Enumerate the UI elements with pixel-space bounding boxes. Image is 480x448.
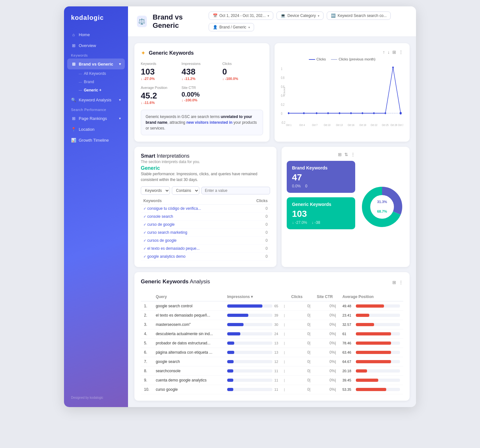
sidebar-item-home[interactable]: ⌂ Home xyxy=(64,29,128,40)
sidebar-item-all-keywords[interactable]: All Keywords xyxy=(76,69,128,78)
row-num: 3. xyxy=(141,320,153,329)
svg-point-17 xyxy=(385,112,386,114)
rankings-icon: ⊞ xyxy=(71,116,76,121)
svg-text:0.8: 0.8 xyxy=(281,76,284,80)
clicks-cell: 0 xyxy=(244,245,270,253)
row-num: 9. xyxy=(141,376,153,385)
chart-up-btn[interactable]: ↑ xyxy=(383,50,385,55)
clicks-cell: 0 xyxy=(244,229,270,237)
page-header-icon: ⚖️ xyxy=(137,16,147,27)
avg-pos-cell: 20.18 xyxy=(339,366,403,376)
table-row: 6. página alternativa con etiqueta ... 1… xyxy=(141,348,403,357)
avg-pos-cell: 39.45 xyxy=(339,376,403,385)
clicks-cell: 0| xyxy=(288,320,314,329)
kw-cell: ✓ curso de google xyxy=(141,221,244,229)
brand-sort-btn[interactable]: ⇅ xyxy=(344,152,348,157)
table-row: 5. probador de datos estructurad... 13 |… xyxy=(141,339,403,348)
kw-cell: ✓ google analytics demo xyxy=(141,253,244,261)
smart-title: Smart Interpretations xyxy=(141,153,270,159)
app-logo: kodalogic xyxy=(64,14,128,29)
clicks-cell: 0| xyxy=(288,329,314,339)
sidebar-item-brand-vs-generic[interactable]: ⊞ Brand vs Generic ▾ xyxy=(67,59,125,69)
impressions-cell: 39 | xyxy=(224,311,288,320)
smart-interpretations-card: Smart Interpretations The section interp… xyxy=(134,147,276,267)
brand-filter[interactable]: 👤 Brand / Generic ▾ xyxy=(209,23,254,31)
clicks-cell: 0 xyxy=(244,237,270,245)
brand-keywords-block: Brand Keywords 47 0.0% 0 xyxy=(287,161,355,193)
kw-col-keywords: Keywords xyxy=(141,197,244,205)
svg-point-10 xyxy=(303,112,305,114)
sidebar-item-generic[interactable]: Generic + xyxy=(76,86,128,94)
brand-expand-btn[interactable]: ⊞ xyxy=(338,152,342,157)
chevron-down-icon: ▾ xyxy=(119,62,121,66)
kw-filter-select[interactable]: Keywords xyxy=(141,186,170,195)
sidebar-item-keyword-analysis[interactable]: 🔍 Keyword Analysis ▾ xyxy=(64,94,128,105)
device-filter[interactable]: 💻 Device Category ▾ xyxy=(276,12,324,20)
kw-table-row: ✓ curso search marketing0 xyxy=(141,229,270,237)
ctr-cell: 0%| xyxy=(314,376,339,385)
kw-contains-select[interactable]: Contains xyxy=(172,186,199,195)
col-impressions: Impressions ▾ xyxy=(224,293,288,301)
avg-pos-cell: 61 xyxy=(339,329,403,339)
svg-text:Clicks: Clicks xyxy=(283,87,286,96)
chart-down-btn[interactable]: ↓ xyxy=(388,50,390,55)
clicks-cell: 0| xyxy=(288,357,314,366)
sidebar-item-growth-timeline[interactable]: 📊 Growth Timeline xyxy=(64,135,128,145)
keyword-filter[interactable]: 🔤 Keyword Search search co... xyxy=(327,12,391,20)
brand-more-btn[interactable]: ⋮ xyxy=(351,152,355,157)
sidebar-keywords-section: Keywords xyxy=(64,51,128,59)
chart-more-btn[interactable]: ⋮ xyxy=(399,50,403,55)
svg-point-19 xyxy=(400,112,402,114)
row-num: 8. xyxy=(141,366,153,376)
analysis-expand-btn[interactable]: ⊞ xyxy=(392,280,396,285)
table-row: 1. google search control 65 | 0| 0%| 49.… xyxy=(141,301,403,311)
svg-text:Oct 31: Oct 31 xyxy=(398,123,403,127)
search-icon: 🔍 xyxy=(71,97,76,102)
svg-point-16 xyxy=(373,112,375,114)
generic-info-box: Generic keywords in GSC are search terms… xyxy=(141,110,263,135)
avg-pos-cell: 49.48 xyxy=(339,301,403,311)
svg-point-15 xyxy=(362,112,363,114)
chart-legend: Clicks Clicks (previous month) xyxy=(281,57,403,61)
col-query: Query xyxy=(153,293,224,301)
analysis-table: Query Impressions ▾ Clicks Site CTR Aver… xyxy=(141,293,403,394)
sidebar-item-page-rankings[interactable]: ⊞ Page Rankings ▾ xyxy=(64,113,128,124)
generic-keywords-block: Generic Keywords 103 ↓ -27.0% ↓ -38 xyxy=(287,197,355,229)
avg-pos-cell: 78.46 xyxy=(339,339,403,348)
sidebar-item-overview[interactable]: ⊞ Overview xyxy=(64,40,128,51)
kw-cell: ✓ consigue tu código de verifica... xyxy=(141,205,244,213)
chevron-down-icon: ▾ xyxy=(318,14,319,18)
brand-icon: 👤 xyxy=(213,25,218,29)
kw-cell: ✓ cursos de google xyxy=(141,237,244,245)
compare-icon: ⊞ xyxy=(71,61,76,67)
sidebar-footer: Designed by kodalogic xyxy=(64,396,128,402)
svg-text:31.3%: 31.3% xyxy=(377,200,387,204)
clicks-cell: 0| xyxy=(288,366,314,376)
kw-table-row: ✓ console search0 xyxy=(141,213,270,221)
ctr-cell: 0%| xyxy=(314,339,339,348)
date-filter[interactable]: 📅 Oct 1, 2024 - Oct 31, 202... ▾ xyxy=(209,12,274,20)
query-cell: curso google xyxy=(153,385,224,394)
avg-pos-cell: 32.57 xyxy=(339,320,403,329)
analysis-card: Generic Keywords Analysis ⊞ ⋮ Query Impr… xyxy=(134,272,410,401)
svg-text:Oct 1: Oct 1 xyxy=(286,123,292,127)
col-clicks: Clicks xyxy=(288,293,314,301)
smart-subtitle: The section interprets data for you. xyxy=(141,160,270,164)
chart-expand-btn[interactable]: ⊞ xyxy=(392,50,396,55)
kw-filter-input[interactable] xyxy=(201,187,270,194)
row-num: 7. xyxy=(141,357,153,366)
query-cell: google search xyxy=(153,357,224,366)
sidebar-item-location[interactable]: 📍 Location xyxy=(64,124,128,135)
analysis-more-btn[interactable]: ⋮ xyxy=(399,280,403,285)
svg-text:0: 0 xyxy=(281,112,282,115)
sidebar-item-brand[interactable]: Brand xyxy=(76,78,128,86)
kw-table-row: ✓ el texto es demasiado peque...0 xyxy=(141,245,270,253)
chevron-right-icon: ▾ xyxy=(119,98,121,102)
impressions-metric: Impressions 438 ↓ -11.2% xyxy=(181,62,222,81)
row-num: 1. xyxy=(141,301,153,311)
analysis-title: Generic Keywords Analysis xyxy=(141,279,210,285)
ctr-cell: 0%| xyxy=(314,357,339,366)
query-cell: el texto es demasiado pequeñ... xyxy=(153,311,224,320)
clicks-cell: 0 xyxy=(244,253,270,261)
generic-keywords-card: ✦ Generic Keywords Keywords 103 ↓ -27.0%… xyxy=(134,43,269,142)
